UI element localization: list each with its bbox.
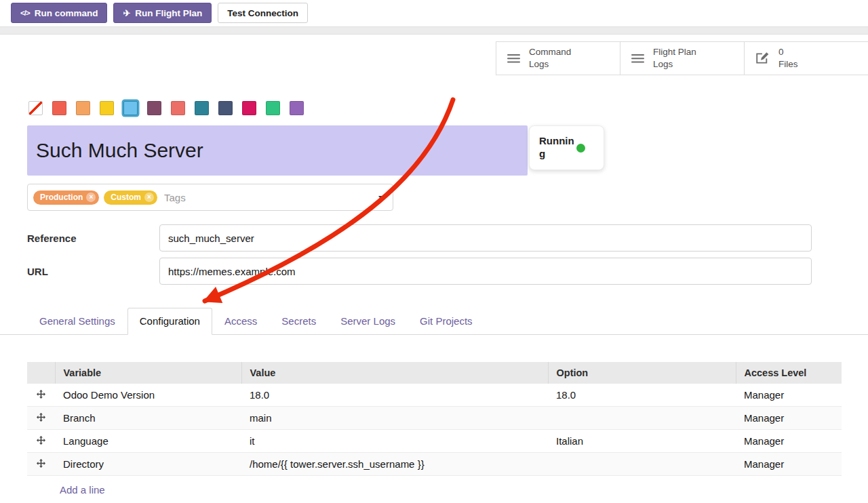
table-header-row: Variable Value Option Access Level (27, 362, 842, 384)
add-a-line-link[interactable]: Add a line (27, 476, 842, 503)
remove-tag-icon[interactable]: × (144, 193, 154, 202)
stat-line1: 0 (778, 47, 784, 57)
color-swatch-cyan-selected[interactable] (123, 101, 138, 115)
url-row: URL https://memes.example.com (27, 258, 812, 285)
color-swatch-orange[interactable] (76, 101, 90, 115)
tab-secrets[interactable]: Secrets (269, 308, 328, 335)
url-value: https://memes.example.com (168, 266, 296, 277)
top-action-bar: </> Run command ✈ Run Flight Plan Test C… (0, 0, 868, 26)
tag-custom[interactable]: Custom × (104, 190, 157, 205)
col-access-level[interactable]: Access Level (736, 362, 842, 384)
run-command-label: Run command (35, 8, 98, 18)
cell-option[interactable]: Italian (548, 430, 736, 453)
color-swatch-green[interactable] (266, 101, 280, 115)
run-flight-plan-button[interactable]: ✈ Run Flight Plan (113, 3, 212, 23)
tags-field[interactable]: Production × Custom × Tags (27, 184, 393, 211)
color-swatch-navy[interactable] (218, 101, 233, 115)
color-swatch-yellow[interactable] (100, 101, 114, 115)
cell-value[interactable]: 18.0 (241, 384, 548, 407)
tag-label: Custom (111, 193, 141, 202)
test-connection-button[interactable]: Test Connection (218, 3, 308, 23)
server-name-input[interactable]: Such Much Server (27, 125, 528, 176)
reference-input[interactable]: such_much_server (159, 224, 812, 252)
cell-access-level[interactable]: Manager (736, 407, 842, 430)
cell-variable[interactable]: Branch (55, 407, 241, 430)
color-swatch-purple[interactable] (290, 101, 304, 115)
cell-option[interactable] (548, 407, 736, 430)
tags-placeholder: Tags (164, 192, 186, 203)
color-swatch-magenta[interactable] (242, 101, 256, 115)
notebook-tabs: General Settings Configuration Access Se… (0, 308, 868, 335)
stat-button-bar: Command Logs Flight Plan Logs 0 Files (0, 41, 868, 75)
color-swatch-teal[interactable] (195, 101, 209, 115)
remove-tag-icon[interactable]: × (86, 193, 96, 202)
stat-command-logs[interactable]: Command Logs (496, 42, 620, 75)
cell-access-level[interactable]: Manager (736, 384, 842, 407)
reference-row: Reference such_much_server (27, 224, 812, 252)
col-variable[interactable]: Variable (55, 362, 241, 384)
cell-access-level[interactable]: Manager (736, 453, 842, 476)
url-label: URL (27, 266, 159, 277)
edit-icon (755, 52, 770, 65)
table-row[interactable]: Odoo Demo Version 18.0 18.0 Manager (27, 384, 842, 407)
tag-production[interactable]: Production × (33, 190, 99, 205)
cell-variable[interactable]: Odoo Demo Version (55, 384, 241, 407)
stat-line1: Command (529, 47, 571, 57)
stat-line2: Logs (529, 59, 549, 69)
stat-line2: Logs (653, 59, 673, 69)
color-swatch-dark-purple[interactable] (147, 101, 161, 115)
tab-server-logs[interactable]: Server Logs (328, 308, 408, 335)
cell-value[interactable]: it (241, 430, 548, 453)
fields-section: Reference such_much_server URL https://m… (0, 224, 868, 285)
tab-access[interactable]: Access (212, 308, 269, 335)
cell-access-level[interactable]: Manager (736, 430, 842, 453)
color-swatch-none[interactable] (28, 101, 43, 115)
tab-general-settings[interactable]: General Settings (27, 308, 127, 335)
list-icon (631, 54, 644, 64)
color-swatch-red[interactable] (52, 101, 66, 115)
cell-variable[interactable]: Directory (55, 453, 241, 476)
plane-icon: ✈ (123, 8, 130, 18)
drag-handle-icon[interactable] (27, 384, 55, 407)
handle-column-header (27, 362, 55, 384)
code-icon: </> (20, 9, 30, 17)
col-option[interactable]: Option (548, 362, 736, 384)
stat-command-logs-label: Command Logs (529, 46, 571, 70)
table-row[interactable]: Directory /home/{{ tower.server.ssh_user… (27, 453, 842, 476)
cell-value[interactable]: main (241, 407, 548, 430)
test-connection-label: Test Connection (227, 8, 298, 18)
stat-line2: Files (778, 59, 798, 69)
drag-handle-icon[interactable] (27, 430, 55, 453)
configuration-table: Variable Value Option Access Level Odoo … (27, 362, 842, 503)
run-flight-plan-label: Run Flight Plan (135, 8, 202, 18)
stat-files[interactable]: 0 Files (744, 42, 868, 75)
stat-line1: Flight Plan (653, 47, 696, 57)
drag-handle-icon[interactable] (27, 407, 55, 430)
tab-configuration[interactable]: Configuration (127, 308, 212, 335)
stat-flight-plan-logs[interactable]: Flight Plan Logs (620, 42, 744, 75)
cell-value[interactable]: /home/{{ tower.server.ssh_username }} (241, 453, 548, 476)
stat-cells: Command Logs Flight Plan Logs 0 Files (496, 41, 868, 75)
tag-label: Production (40, 193, 83, 202)
drag-handle-icon[interactable] (27, 453, 55, 476)
col-value[interactable]: Value (241, 362, 548, 384)
status-button[interactable]: Running (529, 125, 604, 170)
server-name-text: Such Much Server (36, 139, 203, 162)
stat-flight-plan-logs-label: Flight Plan Logs (653, 46, 696, 70)
color-swatch-salmon[interactable] (171, 101, 185, 115)
cell-option[interactable]: 18.0 (548, 384, 736, 407)
reference-label: Reference (27, 233, 159, 244)
color-picker (28, 101, 868, 115)
status-dot-icon (576, 144, 585, 153)
divider-strip (0, 26, 868, 35)
url-input[interactable]: https://memes.example.com (159, 258, 812, 285)
tab-git-projects[interactable]: Git Projects (408, 308, 485, 335)
table-row[interactable]: Language it Italian Manager (27, 430, 842, 453)
cell-option[interactable] (548, 453, 736, 476)
table-row[interactable]: Branch main Manager (27, 407, 842, 430)
run-command-button[interactable]: </> Run command (11, 3, 107, 23)
cell-variable[interactable]: Language (55, 430, 241, 453)
reference-value: such_much_server (168, 233, 254, 244)
stat-files-label: 0 Files (778, 46, 798, 70)
dropdown-caret-icon[interactable] (378, 196, 384, 199)
